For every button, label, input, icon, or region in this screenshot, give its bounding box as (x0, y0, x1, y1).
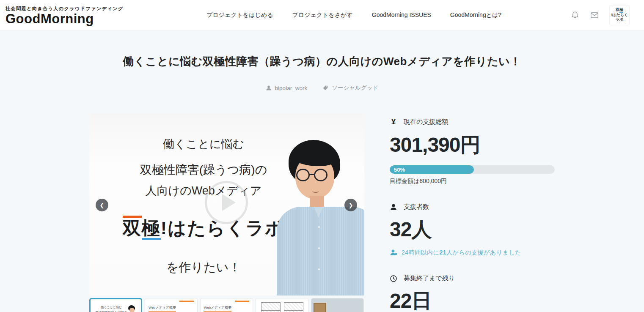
site-header: 社会問題と向き合う人のクラウドファンディング GoodMorning プロジェク… (0, 0, 644, 30)
thumbnail-manga[interactable] (256, 298, 308, 312)
site-tagline: 社会問題と向き合う人のクラウドファンディング (6, 6, 124, 11)
person-glasses-right (314, 169, 328, 181)
progress-bar: 50% (390, 165, 555, 174)
play-button-icon[interactable] (205, 181, 248, 224)
project-title: 働くことに悩む双極性障害（躁うつ病）の人向けのWebメディアを作りたい！ (0, 54, 644, 69)
manga-page (261, 302, 281, 312)
doc-heading: Webメディア概要 (204, 305, 231, 312)
funding-label-row: ¥ 現在の支援総額 (390, 117, 555, 126)
supporters-count: 32人 (390, 216, 555, 243)
media-column: 働くことに悩む 双極性障害(躁うつ病)の 人向けのWebメディア 双極!はたらく… (89, 113, 364, 312)
project-owner-link[interactable]: bipolar_work (266, 85, 308, 91)
shirt-button (318, 226, 320, 228)
yen-icon: ¥ (390, 117, 397, 126)
main-nav: プロジェクトをはじめる プロジェクトをさがす GoodMorning ISSUE… (206, 11, 501, 19)
person-glasses-bridge (309, 174, 315, 175)
stats-sidebar: ¥ 現在の支援総額 301,390円 50% 目標金額は600,000円 支援者… (390, 113, 555, 312)
project-owner-name: bipolar_work (275, 85, 308, 91)
goal-amount-text: 目標金額は600,000円 (390, 178, 555, 185)
mail-icon[interactable] (590, 11, 599, 20)
funding-amount: 301,390円 (390, 131, 555, 159)
tag-icon (322, 85, 328, 91)
nav-find-project[interactable]: プロジェクトをさがす (292, 11, 352, 19)
user-avatar[interactable]: 双極 !はたらく ラボ (609, 5, 630, 25)
project-meta: bipolar_work ソーシャルグッド (0, 84, 644, 92)
thumbnail-doc-slide-1[interactable]: Webメディア概要 (145, 298, 198, 312)
bell-icon[interactable] (570, 11, 580, 20)
carousel-thumbnails: 働くことに悩む 双極性障害(躁うつ病)の 人向けのWebメディア Webメディア… (89, 298, 364, 312)
content-columns: 働くことに悩む 双極性障害(躁うつ病)の 人向けのWebメディア 双極!はたらく… (89, 113, 555, 312)
header-actions: 双極 !はたらく ラボ (570, 5, 630, 25)
manga-page (284, 302, 303, 312)
clock-icon (390, 275, 397, 282)
doc-orange-mark (179, 301, 194, 302)
person-icon (266, 85, 272, 91)
thumbnail-main-slide[interactable]: 働くことに悩む 双極性障害(躁うつ病)の 人向けのWebメディア (89, 298, 142, 312)
progress-fill: 50% (390, 165, 474, 174)
thumbnail-doc-slide-2[interactable]: Webメディア概要 (200, 298, 253, 312)
deadline-label-row: 募集終了まで残り (390, 274, 555, 282)
site-logo-text: GoodMorning (6, 12, 124, 25)
recent-supporters-note: 24時間以内に21人からの支援がありました (390, 249, 555, 257)
avatar-line-1: 双極 (616, 8, 623, 13)
deadline-label: 募集終了まで残り (404, 274, 455, 282)
site-logo[interactable]: 社会問題と向き合う人のクラウドファンディング GoodMorning (6, 5, 124, 25)
corkboard (314, 303, 326, 312)
shirt-button (318, 268, 320, 270)
days-left: 22日 (390, 287, 555, 312)
avatar-line-3: ラボ (616, 17, 623, 22)
project-page: 働くことに悩む双極性障害（躁うつ病）の人向けのWebメディアを作りたい！ bip… (0, 30, 644, 312)
supporters-label-row: 支援者数 (390, 203, 555, 211)
nav-about[interactable]: GoodMorningとは? (450, 11, 501, 19)
person-glasses-left (296, 169, 310, 181)
person-shirt (277, 207, 364, 296)
supporters-label: 支援者数 (404, 203, 429, 211)
shirt-button (318, 247, 320, 249)
project-category-link[interactable]: ソーシャルグッド (322, 84, 378, 92)
thumbnail-photo[interactable] (311, 298, 364, 312)
carousel-next-button[interactable]: ❯ (344, 199, 357, 211)
person-icon (390, 203, 397, 211)
funding-label: 現在の支援総額 (404, 118, 448, 126)
avatar-line-2: !はたらく (611, 13, 628, 18)
hero-video-slide[interactable]: 働くことに悩む 双極性障害(躁うつ病)の 人向けのWebメディア 双極!はたらく… (89, 113, 364, 296)
nav-issues[interactable]: GoodMorning ISSUES (372, 11, 431, 19)
progress-percent-label: 50% (394, 167, 405, 173)
person-plus-icon (390, 249, 398, 257)
doc-heading: Webメディア概要 (149, 305, 176, 312)
thumbnail-text: 働くことに悩む 双極性障害(躁うつ病)の 人向けのWebメディア (95, 305, 128, 312)
doc-orange-mark (235, 301, 249, 302)
person-mouth (312, 190, 319, 193)
project-category-name: ソーシャルグッド (332, 84, 378, 92)
carousel-prev-button[interactable]: ❮ (96, 199, 108, 211)
recent-count: 21 (439, 249, 446, 256)
nav-start-project[interactable]: プロジェクトをはじめる (206, 11, 273, 19)
